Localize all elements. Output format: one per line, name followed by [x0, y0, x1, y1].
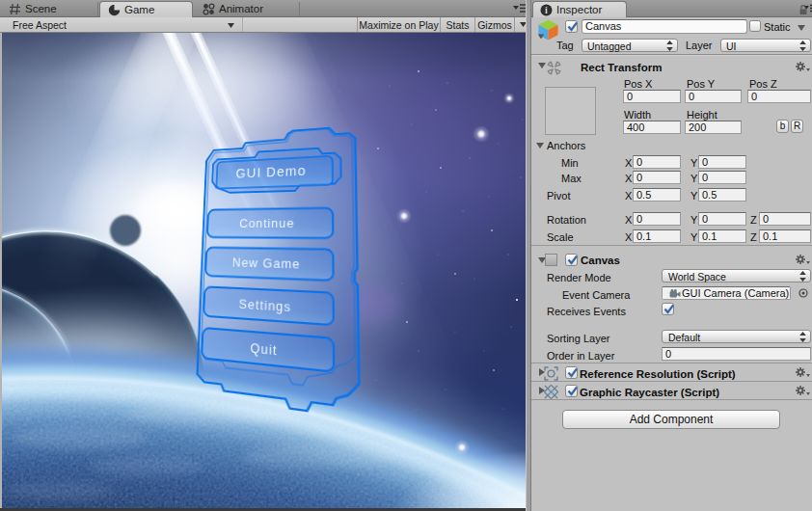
svg-text:GUI Demo: GUI Demo: [235, 164, 306, 181]
svg-text:Quit: Quit: [250, 340, 277, 358]
svg-text:i: i: [545, 5, 548, 15]
svg-text:Continue: Continue: [239, 216, 295, 229]
svg-text:New Game: New Game: [232, 256, 301, 271]
